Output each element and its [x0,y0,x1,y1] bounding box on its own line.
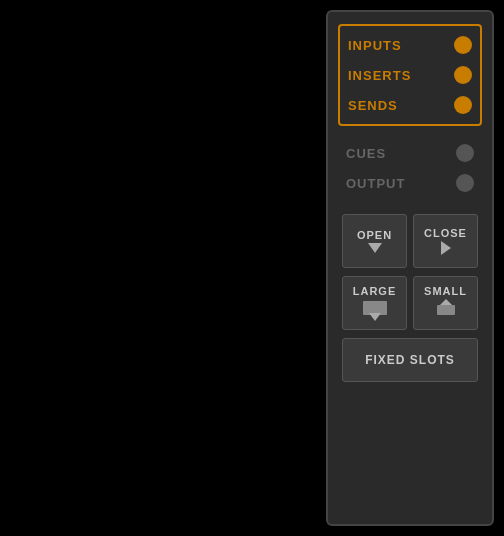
chevron-down-icon [368,243,382,253]
close-label: CLOSE [424,227,467,239]
inputs-dot [454,36,472,54]
panel: INPUTS INSERTS SENDS CUES OUTPUT OPEN CL… [326,10,494,526]
output-dot [456,174,474,192]
large-label: LARGE [353,285,397,297]
inserts-label: INSERTS [348,68,411,83]
sends-label: SENDS [348,98,398,113]
output-label: OUTPUT [346,176,405,191]
svg-rect-0 [363,301,387,315]
cues-dot [456,144,474,162]
chevron-right-icon [441,241,451,255]
svg-marker-3 [440,299,452,305]
active-section: INPUTS INSERTS SENDS [338,24,482,126]
close-button[interactable]: CLOSE [413,214,478,268]
inserts-dot [454,66,472,84]
sends-row: SENDS [348,90,472,120]
small-button[interactable]: SMALL [413,276,478,330]
small-icon [432,299,460,321]
inputs-label: INPUTS [348,38,402,53]
cues-label: CUES [346,146,386,161]
large-small-grid: LARGE SMALL [338,276,482,330]
sends-dot [454,96,472,114]
small-label: SMALL [424,285,467,297]
fixed-slots-button[interactable]: FIXED SLOTS [342,338,478,382]
output-row: OUTPUT [346,168,474,198]
open-close-grid: OPEN CLOSE [338,214,482,268]
large-button[interactable]: LARGE [342,276,407,330]
svg-rect-2 [437,305,455,315]
cues-row: CUES [346,138,474,168]
open-button[interactable]: OPEN [342,214,407,268]
inputs-row: INPUTS [348,30,472,60]
large-icon [361,299,389,321]
open-label: OPEN [357,229,392,241]
svg-marker-1 [369,313,381,321]
inserts-row: INSERTS [348,60,472,90]
inactive-section: CUES OUTPUT [338,138,482,198]
